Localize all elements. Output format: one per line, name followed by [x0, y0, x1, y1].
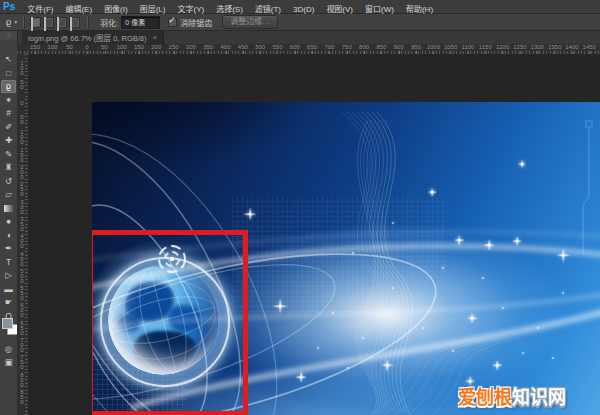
brush-tool[interactable]: ✎ [1, 148, 16, 161]
menu-item[interactable]: 视图(V) [320, 5, 359, 14]
ruler-tick-label: 400 [18, 233, 25, 248]
marquee-tool[interactable]: □ [1, 67, 16, 80]
sparkle-dot [362, 337, 364, 339]
quick-mask-button[interactable]: ◎ [1, 343, 16, 356]
sparkle-star [492, 360, 503, 371]
foreground-color-swatch[interactable] [2, 318, 13, 329]
shape-tool[interactable]: ▬ [1, 283, 16, 296]
antialias-label: 消除锯齿 [180, 17, 212, 28]
clone-stamp-icon: ♜ [5, 162, 13, 172]
watermark: 爱刨根知识网 [458, 382, 566, 410]
ruler-tick-label: 450 [238, 44, 248, 51]
ruler-tick-label: 550 [18, 285, 25, 300]
ruler-tick-label: 850 [376, 44, 386, 51]
feather-input[interactable]: 0 像素 [121, 16, 160, 29]
ruler-tick-label: 300 [18, 198, 25, 213]
dodge-tool[interactable]: ◖ [1, 229, 16, 242]
tool-preset-picker[interactable]: ϱ ▼ [6, 17, 18, 27]
shape-icon: ▬ [4, 284, 13, 294]
screen-mode-icon: ▣ [4, 357, 12, 367]
eraser-tool[interactable]: ▱ [1, 188, 16, 201]
menu-item[interactable]: 选择(S) [210, 5, 249, 14]
ruler-tick-label: 1300 [531, 44, 544, 51]
brush-icon: ✎ [5, 149, 12, 159]
sparkle-dot [347, 367, 349, 369]
sparkle-dot [522, 352, 524, 354]
ruler-tick-label: 550 [272, 44, 282, 51]
path-select-tool[interactable]: ▷ [1, 269, 16, 282]
document-tab[interactable]: login.png @ 66.7% (图层 0, RGB/8) × [22, 31, 164, 44]
chevron-down-icon: ▼ [13, 19, 18, 25]
sparkle-star [467, 313, 478, 324]
lasso-tool[interactable]: ϱ [1, 80, 16, 93]
blur-tool[interactable]: ● [1, 215, 16, 228]
selection-highlight-rectangle [92, 230, 248, 415]
ruler-tick-label: 250 [18, 181, 25, 196]
sparkle-dot [537, 327, 539, 329]
grid-texture [232, 197, 447, 312]
watermark-text-white: 知识网 [512, 388, 566, 409]
add-to-selection-button[interactable] [43, 17, 54, 28]
ruler-tick-label: 600 [290, 44, 300, 51]
eyedropper-icon: ✐ [5, 122, 12, 132]
document-title: login.png @ 66.7% (图层 0, RGB/8) [28, 32, 147, 43]
sparkle-dot [452, 350, 454, 352]
move-tool[interactable]: ↖ [1, 53, 16, 66]
ruler-tick-label: 150 [18, 146, 25, 161]
ruler-tick-label: 300 [186, 44, 196, 51]
new-selection-button[interactable] [30, 17, 41, 28]
ruler-tick-label: 100 [117, 44, 127, 51]
refine-edge-button[interactable]: 调整边缘… [222, 15, 278, 29]
color-swatches [1, 318, 16, 334]
path-select-icon: ▷ [5, 270, 12, 280]
close-tab-icon[interactable]: × [153, 33, 158, 42]
menu-item[interactable]: 帮助(H) [400, 5, 439, 14]
subtract-from-selection-button[interactable] [56, 17, 67, 28]
ruler-tick-label: 1450 [583, 44, 596, 51]
lasso-icon: ϱ [6, 17, 11, 27]
sparkle-star [381, 359, 394, 372]
menu-item[interactable]: 文字(Y) [171, 5, 210, 14]
divider [87, 16, 89, 28]
canvas-image[interactable]: 爱刨根知识网 [92, 102, 600, 415]
ruler-tick-label: 1000 [427, 44, 440, 51]
panel-grip[interactable]: ⠿ [0, 31, 17, 40]
clone-stamp-tool[interactable]: ♜ [1, 161, 16, 174]
quick-selection-tool[interactable]: ✶ [1, 94, 16, 107]
ruler-tick-label: 150 [30, 44, 40, 51]
screen-mode-button[interactable]: ▣ [1, 356, 16, 369]
ruler-tick-label: 1200 [496, 44, 509, 51]
crop-icon: # [6, 108, 11, 118]
history-brush-tool[interactable]: ↺ [1, 175, 16, 188]
move-icon: ↖ [5, 54, 12, 64]
menu-item[interactable]: 3D(D) [287, 5, 320, 14]
pen-tool[interactable]: ✒ [1, 242, 16, 255]
type-tool[interactable]: T [1, 256, 16, 269]
menu-item[interactable]: 图层(L) [134, 5, 172, 14]
menu-item[interactable]: 编辑(E) [59, 5, 98, 14]
crop-tool[interactable]: # [1, 107, 16, 120]
blur-icon: ● [6, 216, 11, 226]
ruler-tick-label: 500 [255, 44, 265, 51]
sparkle-dot [317, 347, 319, 349]
antialias-checkbox[interactable]: ✓ [168, 18, 177, 27]
ruler-tick-label: 50 [18, 114, 25, 124]
menu-item[interactable]: 文件(F) [21, 5, 59, 14]
tools-panel: ⠿ ↖□ϱ✶#✐✚✎♜↺▱●◖✒T▷▬☛Q ◎▣ [0, 31, 18, 415]
menu-item[interactable]: 滤镜(T) [249, 5, 287, 14]
sparkle-star [518, 160, 526, 168]
hand-tool[interactable]: ☛ [1, 296, 16, 309]
ruler-tick-label: 900 [394, 44, 404, 51]
menu-item[interactable]: 图像(I) [98, 5, 134, 14]
ruler-tick-label: 0 [18, 99, 25, 104]
eyedropper-tool[interactable]: ✐ [1, 121, 16, 134]
ruler-tick-label: 100 [47, 44, 57, 51]
intersect-selection-button[interactable] [69, 17, 80, 28]
sparkle-dot [502, 307, 504, 309]
quick-selection-icon: ✶ [5, 95, 12, 105]
healing-brush-tool[interactable]: ✚ [1, 134, 16, 147]
ruler-tick-label: 500 [18, 267, 25, 282]
menu-item[interactable]: 窗口(W) [359, 5, 400, 14]
gradient-tool[interactable] [1, 202, 16, 215]
sparkle-star [454, 235, 465, 246]
